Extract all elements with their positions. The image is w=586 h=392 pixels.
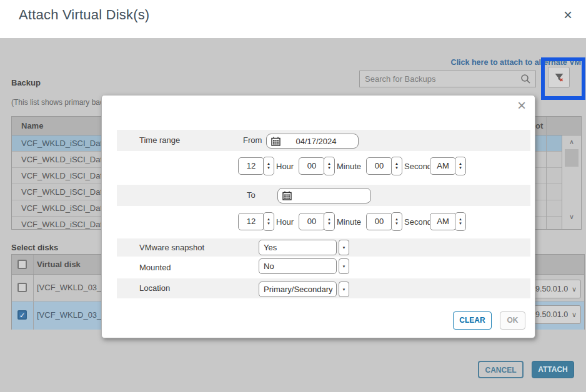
dropdown-arrow-icon[interactable]: ▼ [339,258,349,274]
hour-input[interactable]: 12 [238,213,264,230]
column-divider [33,275,34,301]
minute-stepper[interactable]: ▲▼ [324,157,335,175]
scroll-down-icon[interactable]: ∨ [562,213,581,221]
close-icon[interactable]: × [564,6,572,24]
ok-button[interactable]: OK [500,311,525,330]
second-label: Second [404,162,432,171]
to-label: To [247,185,256,206]
column-header-name[interactable]: Name [21,117,43,135]
second-input[interactable]: 00 [366,157,392,175]
mounted-dropdown[interactable]: No ▼ [259,258,349,274]
second-group: 00▲▼Second [366,212,432,231]
second-input[interactable]: 00 [366,213,392,230]
disk-checkbox[interactable] [17,283,27,292]
from-label: From [243,130,262,151]
hour-input[interactable]: 12 [238,157,264,175]
spinner-up-icon[interactable]: ▲ [459,217,462,222]
minute-label: Minute [337,217,361,227]
meridiem-stepper[interactable]: ▲▼ [455,212,466,231]
from-date-value: 04/17/2024 [281,137,358,146]
annotation-highlight-box [541,57,585,100]
location-value[interactable]: Primary/Secondary [259,282,337,297]
second-group: 00▲▼Second [366,157,432,175]
minute-stepper[interactable]: ▲▼ [324,212,335,231]
spinner-up-icon[interactable]: ▲ [327,162,331,166]
attach-button[interactable]: ATTACH [532,361,574,378]
column-divider [546,117,547,229]
backup-section-label: Backup [11,78,41,87]
mounted-value[interactable]: No [259,258,337,274]
hour-stepper[interactable]: ▲▼ [263,212,274,231]
search-input[interactable] [360,74,519,84]
to-date-input[interactable] [277,188,371,203]
minute-input[interactable]: 00 [299,157,325,175]
minute-group: 00▲▼Minute [299,157,361,175]
version-value: 9.50.01.0 [535,285,568,293]
spinner-down-icon[interactable]: ▼ [395,222,399,226]
spinner-down-icon[interactable]: ▼ [459,166,462,170]
meridiem-stepper[interactable]: ▲▼ [455,157,466,175]
spinner-up-icon[interactable]: ▲ [267,217,271,222]
spinner-down-icon[interactable]: ▼ [395,166,399,170]
disk-checkbox-checked[interactable]: ✓ [17,310,27,320]
vmware-snapshot-label: VMware snapshot [139,238,204,257]
hour-stepper[interactable]: ▲▼ [263,157,274,175]
chevron-down-icon: ∨ [572,311,577,319]
second-label: Second [404,217,432,227]
time-range-label: Time range [139,130,180,151]
hour-group: 12▲▼Hour [238,157,294,175]
meridiem-input[interactable]: AM [430,213,456,230]
meridiem-group: AM▲▼ [430,212,466,231]
column-header-snapshot-partial: ot [535,117,543,135]
dialog-titlebar: Attach Virtual Disk(s) × [0,0,586,38]
cancel-button[interactable]: CANCEL [478,361,524,378]
minute-group: 00▲▼Minute [299,212,361,231]
second-stepper[interactable]: ▲▼ [391,212,402,231]
spinner-up-icon[interactable]: ▲ [327,217,331,222]
select-all-checkbox[interactable] [17,260,27,269]
meridiem-group: AM▲▼ [430,157,466,175]
scroll-thumb[interactable] [565,149,579,167]
dropdown-arrow-icon[interactable]: ▼ [339,240,349,255]
scroll-up-icon[interactable]: ∧ [562,138,581,146]
version-value: 9.50.01.0 [535,310,568,319]
mounted-label: Mounted [139,258,171,277]
spinner-up-icon[interactable]: ▲ [459,162,462,166]
dropdown-arrow-icon[interactable]: ▼ [339,282,349,297]
checkmark-icon: ✓ [19,311,25,319]
hour-group: 12▲▼Hour [238,212,294,231]
search-field[interactable] [359,71,536,87]
minute-label: Minute [337,162,361,171]
column-divider [33,301,34,330]
select-disks-section-label: Select disks [11,243,58,252]
search-icon[interactable] [520,74,531,84]
page-title: Attach Virtual Disk(s) [19,7,149,23]
minute-input[interactable]: 00 [299,213,325,230]
spinner-down-icon[interactable]: ▼ [327,166,331,170]
spinner-down-icon[interactable]: ▼ [267,222,271,226]
popup-close-icon[interactable]: × [517,97,526,114]
clear-button[interactable]: CLEAR [453,311,492,330]
version-dropdown[interactable]: 9.50.01.0 ∨ [531,305,581,324]
vmware-snapshot-dropdown[interactable]: Yes ▼ [259,240,349,255]
meridiem-input[interactable]: AM [430,157,456,175]
version-dropdown[interactable]: 9.50.01.0 ∨ [531,280,581,298]
calendar-icon [271,137,281,146]
vmware-snapshot-value[interactable]: Yes [259,240,337,255]
hour-label: Hour [276,162,294,171]
column-header-virtual-disk[interactable]: Virtual disk [37,255,81,274]
spinner-up-icon[interactable]: ▲ [395,217,399,222]
spinner-down-icon[interactable]: ▼ [267,166,271,170]
spinner-down-icon[interactable]: ▼ [459,222,462,226]
calendar-icon [282,191,292,200]
filter-popup: × Time range From 04/17/2024 12▲▼Hour 00… [101,95,535,338]
spinner-down-icon[interactable]: ▼ [327,222,331,226]
second-stepper[interactable]: ▲▼ [391,157,402,175]
from-date-input[interactable]: 04/17/2024 [266,134,359,149]
spinner-up-icon[interactable]: ▲ [267,162,271,166]
hour-label: Hour [276,217,294,227]
scrollbar[interactable]: ∧ ∨ [562,135,581,229]
backup-note: (This list shows primary backup [11,98,116,107]
spinner-up-icon[interactable]: ▲ [395,162,399,166]
location-dropdown[interactable]: Primary/Secondary ▼ [259,282,349,297]
